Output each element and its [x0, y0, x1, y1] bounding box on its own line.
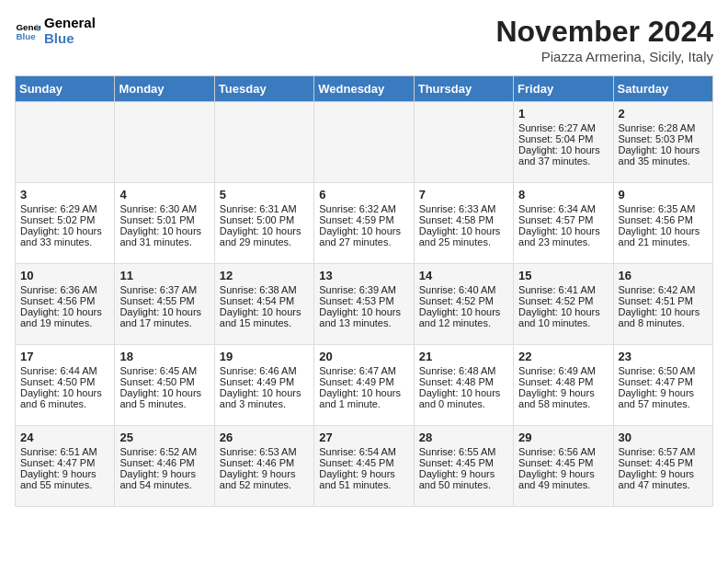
calendar-cell — [16, 102, 115, 183]
day-number: 11 — [119, 269, 209, 282]
daylight-text: Daylight: 9 hours and 51 minutes. — [319, 468, 408, 490]
sunrise-text: Sunrise: 6:52 AM — [119, 446, 209, 457]
daylight-text: Daylight: 9 hours and 50 minutes. — [419, 468, 508, 490]
daylight-text: Daylight: 9 hours and 52 minutes. — [220, 468, 309, 490]
day-number: 9 — [619, 188, 708, 201]
daylight-text: Daylight: 10 hours and 27 minutes. — [319, 225, 408, 247]
logo: General Blue General Blue — [15, 15, 96, 47]
calendar-cell: 24Sunrise: 6:51 AMSunset: 4:47 PMDayligh… — [16, 426, 115, 507]
daylight-text: Daylight: 10 hours and 33 minutes. — [20, 225, 109, 247]
daylight-text: Daylight: 10 hours and 35 minutes. — [619, 144, 708, 167]
sunset-text: Sunset: 4:47 PM — [20, 457, 109, 468]
sunset-text: Sunset: 4:57 PM — [518, 214, 608, 225]
day-number: 25 — [119, 431, 209, 444]
sunrise-text: Sunrise: 6:42 AM — [619, 284, 708, 295]
day-number: 10 — [20, 269, 109, 282]
weekday-header-row: SundayMondayTuesdayWednesdayThursdayFrid… — [16, 76, 713, 102]
calendar-cell: 25Sunrise: 6:52 AMSunset: 4:46 PMDayligh… — [115, 426, 214, 507]
month-year: November 2024 — [495, 15, 713, 49]
calendar-cell: 1Sunrise: 6:27 AMSunset: 5:04 PMDaylight… — [514, 102, 613, 183]
day-number: 26 — [220, 431, 309, 444]
sunset-text: Sunset: 4:53 PM — [319, 295, 408, 306]
daylight-text: Daylight: 9 hours and 54 minutes. — [119, 468, 209, 490]
sunset-text: Sunset: 4:50 PM — [119, 376, 209, 387]
calendar-cell: 20Sunrise: 6:47 AMSunset: 4:49 PMDayligh… — [314, 345, 414, 426]
calendar-cell: 7Sunrise: 6:33 AMSunset: 4:58 PMDaylight… — [414, 183, 513, 264]
sunset-text: Sunset: 4:54 PM — [220, 295, 309, 306]
daylight-text: Daylight: 10 hours and 25 minutes. — [419, 225, 508, 247]
calendar-cell: 14Sunrise: 6:40 AMSunset: 4:52 PMDayligh… — [414, 264, 513, 345]
daylight-text: Daylight: 10 hours and 6 minutes. — [20, 387, 109, 409]
day-number: 12 — [220, 269, 309, 282]
calendar-cell: 21Sunrise: 6:48 AMSunset: 4:48 PMDayligh… — [414, 345, 513, 426]
calendar-week-row: 10Sunrise: 6:36 AMSunset: 4:56 PMDayligh… — [16, 264, 713, 345]
daylight-text: Daylight: 10 hours and 3 minutes. — [220, 387, 309, 409]
day-number: 30 — [619, 431, 708, 444]
calendar-cell — [314, 102, 414, 183]
sunset-text: Sunset: 4:56 PM — [619, 214, 708, 225]
calendar-cell: 18Sunrise: 6:45 AMSunset: 4:50 PMDayligh… — [115, 345, 214, 426]
sunset-text: Sunset: 5:02 PM — [20, 214, 109, 225]
sunset-text: Sunset: 4:45 PM — [419, 457, 508, 468]
day-number: 13 — [319, 269, 408, 282]
daylight-text: Daylight: 10 hours and 12 minutes. — [419, 306, 508, 328]
day-number: 2 — [619, 107, 708, 121]
logo-icon: General Blue — [15, 17, 40, 43]
sunrise-text: Sunrise: 6:32 AM — [319, 203, 408, 214]
weekday-header-tuesday: Tuesday — [214, 76, 313, 102]
calendar-cell: 3Sunrise: 6:29 AMSunset: 5:02 PMDaylight… — [16, 183, 115, 264]
sunset-text: Sunset: 4:56 PM — [20, 295, 109, 306]
day-number: 20 — [319, 350, 408, 363]
sunset-text: Sunset: 5:04 PM — [518, 133, 608, 144]
calendar-cell: 8Sunrise: 6:34 AMSunset: 4:57 PMDaylight… — [514, 183, 613, 264]
weekday-header-sunday: Sunday — [16, 76, 115, 102]
daylight-text: Daylight: 9 hours and 47 minutes. — [619, 468, 708, 490]
sunrise-text: Sunrise: 6:28 AM — [619, 122, 708, 133]
day-number: 4 — [119, 188, 209, 201]
sunrise-text: Sunrise: 6:44 AM — [20, 365, 109, 376]
calendar-cell: 17Sunrise: 6:44 AMSunset: 4:50 PMDayligh… — [16, 345, 115, 426]
day-number: 24 — [20, 431, 109, 444]
sunrise-text: Sunrise: 6:50 AM — [619, 365, 708, 376]
weekday-header-wednesday: Wednesday — [314, 76, 414, 102]
location: Piazza Armerina, Sicily, Italy — [495, 49, 713, 64]
sunset-text: Sunset: 4:47 PM — [619, 376, 708, 387]
calendar-cell: 10Sunrise: 6:36 AMSunset: 4:56 PMDayligh… — [16, 264, 115, 345]
sunset-text: Sunset: 4:45 PM — [518, 457, 608, 468]
calendar-cell: 29Sunrise: 6:56 AMSunset: 4:45 PMDayligh… — [514, 426, 613, 507]
daylight-text: Daylight: 10 hours and 10 minutes. — [518, 306, 608, 328]
calendar-cell — [414, 102, 513, 183]
daylight-text: Daylight: 9 hours and 57 minutes. — [619, 387, 708, 409]
calendar-cell: 28Sunrise: 6:55 AMSunset: 4:45 PMDayligh… — [414, 426, 513, 507]
calendar-week-row: 24Sunrise: 6:51 AMSunset: 4:47 PMDayligh… — [16, 426, 713, 507]
calendar-cell: 22Sunrise: 6:49 AMSunset: 4:48 PMDayligh… — [514, 345, 613, 426]
sunrise-text: Sunrise: 6:37 AM — [119, 284, 209, 295]
sunset-text: Sunset: 4:55 PM — [119, 295, 209, 306]
sunrise-text: Sunrise: 6:55 AM — [419, 446, 508, 457]
title-block: November 2024 Piazza Armerina, Sicily, I… — [495, 15, 713, 64]
sunset-text: Sunset: 4:52 PM — [419, 295, 508, 306]
calendar-cell: 13Sunrise: 6:39 AMSunset: 4:53 PMDayligh… — [314, 264, 414, 345]
sunrise-text: Sunrise: 6:51 AM — [20, 446, 109, 457]
sunset-text: Sunset: 4:46 PM — [119, 457, 209, 468]
calendar-cell: 16Sunrise: 6:42 AMSunset: 4:51 PMDayligh… — [613, 264, 712, 345]
sunset-text: Sunset: 4:51 PM — [619, 295, 708, 306]
sunrise-text: Sunrise: 6:29 AM — [20, 203, 109, 214]
day-number: 7 — [419, 188, 508, 201]
page-header: General Blue General Blue November 2024 … — [15, 15, 713, 64]
daylight-text: Daylight: 10 hours and 29 minutes. — [220, 225, 309, 247]
daylight-text: Daylight: 9 hours and 49 minutes. — [518, 468, 608, 490]
sunset-text: Sunset: 4:45 PM — [319, 457, 408, 468]
sunrise-text: Sunrise: 6:48 AM — [419, 365, 508, 376]
daylight-text: Daylight: 10 hours and 0 minutes. — [419, 387, 508, 409]
weekday-header-monday: Monday — [115, 76, 214, 102]
day-number: 17 — [20, 350, 109, 363]
daylight-text: Daylight: 10 hours and 37 minutes. — [518, 144, 608, 167]
calendar-week-row: 3Sunrise: 6:29 AMSunset: 5:02 PMDaylight… — [16, 183, 713, 264]
sunset-text: Sunset: 5:03 PM — [619, 133, 708, 144]
day-number: 5 — [220, 188, 309, 201]
calendar-cell: 12Sunrise: 6:38 AMSunset: 4:54 PMDayligh… — [214, 264, 313, 345]
sunrise-text: Sunrise: 6:47 AM — [319, 365, 408, 376]
weekday-header-friday: Friday — [514, 76, 613, 102]
sunset-text: Sunset: 4:59 PM — [319, 214, 408, 225]
